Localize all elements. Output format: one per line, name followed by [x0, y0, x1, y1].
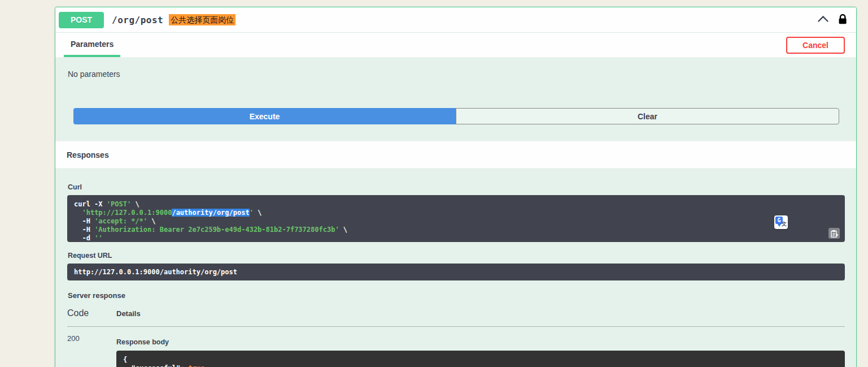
request-url-block: http://127.0.0.1:9000/authority/org/post: [67, 264, 845, 280]
curl-text: -H: [74, 226, 94, 234]
response-body-block[interactable]: { "successful": true,: [116, 351, 845, 367]
curl-string: 'accept: */*': [94, 217, 147, 225]
response-table-header: Code Details: [67, 308, 845, 318]
execute-button[interactable]: Execute: [73, 108, 456, 124]
operation-block-post: POST /org/post 公共选择页面岗位 Parameters Cance…: [55, 7, 857, 367]
responses-header: Responses: [55, 141, 856, 169]
curl-text: \: [254, 209, 261, 217]
curl-selected-text: /authority/org/post: [172, 209, 249, 217]
curl-text: -d: [74, 234, 94, 242]
curl-command-block[interactable]: curl -X 'POST' \ 'http://127.0.0.1:9000/…: [67, 195, 845, 242]
copy-to-clipboard-icon[interactable]: [828, 228, 840, 239]
server-response-label: Server response: [68, 291, 845, 300]
translate-bubble-tail: [777, 223, 782, 227]
lock-icon: [838, 14, 847, 27]
request-url-label: Request URL: [68, 252, 845, 260]
responses-section: Curl curl -X 'POST' \ 'http://127.0.0.1:…: [55, 169, 856, 367]
curl-label: Curl: [68, 183, 845, 191]
details-column-header: Details: [116, 308, 141, 318]
curl-text: \: [339, 226, 347, 234]
json-separator: :: [180, 364, 188, 367]
collapse-button[interactable]: [817, 15, 829, 24]
cancel-button[interactable]: Cancel: [786, 37, 845, 54]
curl-text: -H: [74, 217, 94, 225]
curl-text: \: [131, 200, 139, 208]
operation-summary[interactable]: POST /org/post 公共选择页面岗位: [55, 7, 856, 33]
google-translate-icon[interactable]: G文: [774, 215, 788, 229]
curl-text: \: [147, 217, 155, 225]
request-url-value: http://127.0.0.1:9000/authority/org/post: [74, 268, 237, 276]
json-comma: ,: [205, 364, 209, 367]
execute-row: Execute Clear: [73, 108, 839, 124]
clear-button[interactable]: Clear: [456, 108, 839, 124]
curl-string: 'http://127.0.0.1:9000: [82, 209, 172, 217]
response-body-label: Response body: [116, 338, 845, 346]
response-row-200: 200 Response body { "successful": true,: [67, 334, 845, 367]
curl-text: curl -X: [74, 200, 107, 208]
parameters-tab-label: Parameters: [71, 40, 114, 49]
method-badge: POST: [59, 12, 104, 28]
parameters-section: No parameters Execute Clear: [55, 58, 856, 141]
no-parameters-text: No parameters: [68, 70, 120, 79]
responses-title: Responses: [67, 150, 109, 159]
endpoint-description-highlighted: 公共选择页面岗位: [169, 14, 235, 25]
authorize-button[interactable]: [838, 14, 847, 27]
json-brace: {: [123, 356, 127, 364]
curl-text: [74, 209, 82, 217]
status-code: 200: [67, 334, 116, 367]
response-table-divider: [67, 326, 845, 327]
json-key: "successful": [123, 364, 180, 367]
translate-char-glyph: 文: [782, 220, 787, 228]
curl-string: '': [94, 234, 102, 242]
endpoint-path: /org/post: [112, 15, 163, 25]
curl-string: 'POST': [107, 200, 131, 208]
curl-string: 'Authorization: Bearer 2e7c259b-e49d-432…: [94, 226, 339, 234]
chevron-up-icon: [817, 15, 829, 24]
json-boolean: true: [189, 364, 205, 367]
tab-parameters[interactable]: Parameters: [64, 33, 120, 57]
curl-string: ': [250, 209, 254, 217]
code-column-header: Code: [67, 308, 116, 318]
parameters-tab-bar: Parameters Cancel: [55, 33, 856, 58]
